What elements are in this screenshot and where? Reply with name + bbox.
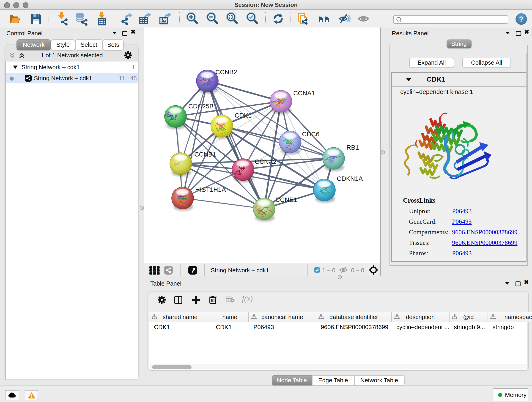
svg-text:CCNB1: CCNB1 (194, 151, 216, 158)
svg-text:CCNE1: CCNE1 (275, 196, 297, 203)
svg-text:CDC6: CDC6 (302, 131, 319, 138)
svg-text:CCNA1: CCNA1 (293, 89, 315, 97)
svg-text:HIST1H1A: HIST1H1A (195, 186, 226, 193)
svg-text:CDK1: CDK1 (234, 112, 252, 119)
svg-text:CDKN1A: CDKN1A (337, 175, 363, 182)
svg-text:CCNA2: CCNA2 (255, 158, 277, 165)
svg-text:CCNB2: CCNB2 (215, 69, 237, 76)
svg-text:RB1: RB1 (346, 144, 359, 151)
svg-text:CDC25B: CDC25B (188, 103, 214, 110)
